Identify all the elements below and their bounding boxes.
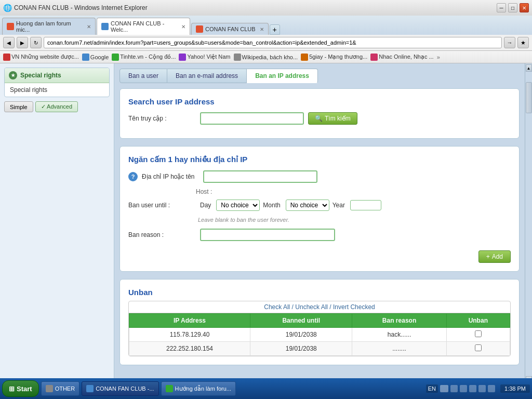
- taskbar-item-conan[interactable]: CONAN FAN CLUB -...: [82, 381, 158, 383]
- add-button[interactable]: + Add: [478, 250, 511, 263]
- tab-favicon-3: [196, 25, 203, 33]
- maximize-button[interactable]: □: [508, 3, 517, 12]
- start-button[interactable]: ⊞ Start: [2, 380, 39, 383]
- favorites-button[interactable]: ★: [517, 37, 529, 48]
- unban-checkbox-2[interactable]: [475, 344, 482, 351]
- search-icon: 🔍: [315, 115, 323, 122]
- browser-tab-3[interactable]: CONAN FAN CLUB ✕: [191, 23, 269, 35]
- add-icon: +: [486, 253, 490, 260]
- tab-ban-ip[interactable]: Ban an IP address: [247, 69, 318, 83]
- bookmark-icon-3: [112, 54, 119, 61]
- forward-button[interactable]: ▶: [17, 37, 28, 48]
- new-tab-button[interactable]: +: [270, 24, 280, 35]
- sidebar-item-special-rights[interactable]: Special rights: [5, 83, 109, 97]
- bookmark-3[interactable]: Tinhte.vn - Cộng đồ...: [112, 54, 176, 61]
- bookmark-6[interactable]: 5giay - Mạng thương...: [301, 54, 367, 61]
- unban-checkbox-1[interactable]: [475, 330, 482, 337]
- ban-title: Ngăn cấm 1 hay nhiều địa chỉ IP: [128, 155, 511, 164]
- advanced-button[interactable]: ✓ Advanced: [35, 101, 78, 112]
- uncheck-all-link[interactable]: Uncheck All: [295, 303, 328, 311]
- check-all-link[interactable]: Check All: [264, 303, 290, 311]
- bookmark-1[interactable]: VN Những website được...: [3, 54, 79, 61]
- close-button[interactable]: ✕: [520, 3, 529, 12]
- search-button-label: Tìm kiếm: [325, 115, 351, 122]
- forever-text: Leave blank to ban the user forever.: [198, 217, 289, 223]
- simple-button[interactable]: Simple: [4, 101, 33, 112]
- sidebar-section-title: Special rights: [20, 72, 61, 79]
- bookmark-4[interactable]: Yahoo! Việt Nam: [179, 54, 230, 61]
- bookmark-2[interactable]: Google: [82, 54, 109, 61]
- separator-1: /: [292, 303, 294, 311]
- scroll-thumb[interactable]: [526, 82, 532, 113]
- sidebar-header-icon: ★: [9, 71, 17, 79]
- bookmark-icon-4: [179, 54, 186, 61]
- tab-close-2[interactable]: ✕: [181, 24, 185, 30]
- browser-tab-2[interactable]: CONAN FAN CLUB - Welc... ✕: [97, 18, 190, 35]
- ban-reason-row: Ban reason :: [128, 229, 511, 241]
- search-button[interactable]: 🔍 Tìm kiếm: [308, 112, 357, 125]
- col-unban: Unban: [446, 314, 510, 328]
- refresh-button[interactable]: ↻: [30, 37, 42, 48]
- search-section: Search user IP address Tên truy cập : 🔍 …: [119, 88, 520, 139]
- year-input[interactable]: [350, 200, 381, 210]
- window-title: CONAN FAN CLUB - Windows Internet Explor…: [14, 4, 148, 11]
- tab-close-3[interactable]: ✕: [260, 26, 264, 32]
- bookmark-7[interactable]: Nhac Online, Nhạc ...: [370, 54, 433, 61]
- scrollbar[interactable]: ▲ ▼: [525, 63, 532, 383]
- bookmark-icon-5: [234, 54, 241, 61]
- add-button-row: + Add: [128, 246, 511, 263]
- bookmark-label-5: Wikipedia, bách kho...: [242, 54, 298, 60]
- ip-cell-2: 222.252.180.154: [129, 342, 250, 356]
- unban-table-wrapper: Check All / Uncheck All / Invert Checked…: [128, 301, 511, 356]
- sidebar-item-label: Special rights: [10, 86, 47, 94]
- tab-label-2: CONAN FAN CLUB - Welc...: [111, 20, 177, 33]
- minimize-button[interactable]: ─: [497, 3, 506, 12]
- ip-input[interactable]: [203, 170, 317, 183]
- scroll-up-button[interactable]: ▲: [526, 64, 532, 72]
- unban-title: Unban: [128, 288, 511, 297]
- separator-2: /: [329, 303, 331, 311]
- month-select[interactable]: No choice January February: [286, 200, 329, 211]
- tab-ban-email[interactable]: Ban an e-mail address: [167, 69, 247, 83]
- host-label: Host :: [196, 188, 212, 195]
- tab-favicon-1: [7, 23, 14, 30]
- sidebar-section-special-rights: ★ Special rights Special rights: [4, 68, 110, 97]
- taskbar-item-guide[interactable]: Hướng dẫn làm foru...: [161, 381, 236, 383]
- unban-row-2: 222.252.180.154 19/01/2038 ........: [129, 342, 510, 356]
- tab-close-1[interactable]: ✕: [87, 24, 91, 30]
- bookmarks-bar: VN Những website được... Google Tinhte.v…: [0, 51, 532, 63]
- search-input[interactable]: [200, 112, 304, 125]
- tab-ban-user-label: Ban a user: [128, 72, 158, 79]
- ip-form-row: ? Địa chỉ IP hoặc tên: [128, 170, 511, 183]
- tab-label-1: Huong dan lam forum mic...: [16, 20, 83, 33]
- main-panel: Ban a user Ban an e-mail address Ban an …: [114, 63, 525, 383]
- browser-tab-1[interactable]: Huong dan lam forum mic... ✕: [2, 18, 96, 35]
- ban-reason-cell-1: hack......: [352, 328, 446, 342]
- host-row: Host :: [196, 188, 511, 195]
- ban-reason-label: Ban reason :: [128, 231, 196, 238]
- back-button[interactable]: ◀: [3, 37, 15, 48]
- bookmarks-more[interactable]: »: [437, 54, 440, 60]
- go-button[interactable]: →: [504, 37, 515, 48]
- tab-ban-user[interactable]: Ban a user: [119, 69, 167, 83]
- invert-checked-link[interactable]: Invert Checked: [333, 303, 375, 311]
- bookmark-label-4: Yahoo! Việt Nam: [187, 54, 230, 60]
- address-input[interactable]: [44, 37, 502, 48]
- bookmark-icon-6: [301, 54, 308, 61]
- banned-until-cell-2: 19/01/2038: [250, 342, 352, 356]
- ban-reason-input[interactable]: [200, 229, 335, 241]
- bookmark-icon-2: [82, 54, 89, 61]
- day-select[interactable]: No choice 1 2: [216, 200, 260, 211]
- unban-table-header: IP Address Banned until Ban reason Unban: [129, 314, 510, 328]
- unban-checkbox-cell-2: [446, 342, 510, 356]
- search-label: Tên truy cập :: [128, 115, 196, 122]
- tab-favicon-2: [101, 23, 109, 30]
- content-area: ★ Special rights Special rights Simple ✓…: [0, 63, 532, 383]
- unban-checkbox-cell-1: [446, 328, 510, 342]
- bookmark-5[interactable]: Wikipedia, bách kho...: [234, 54, 298, 61]
- ban-section: Ngăn cấm 1 hay nhiều địa chỉ IP ? Địa ch…: [119, 146, 520, 272]
- taskbar-item-other[interactable]: OTHER: [41, 381, 80, 383]
- tab-ban-email-label: Ban an e-mail address: [176, 72, 238, 79]
- browser-tabs-bar: Huong dan lam forum mic... ✕ CONAN FAN C…: [0, 16, 532, 35]
- month-label: Month: [263, 202, 280, 209]
